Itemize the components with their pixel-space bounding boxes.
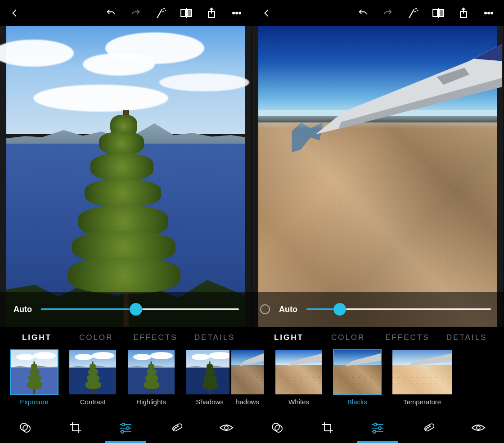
adjustment-thumbnails[interactable]: hadows Whites Blacks Temperature xyxy=(230,348,504,412)
svg-point-10 xyxy=(236,12,238,14)
svg-point-27 xyxy=(417,10,418,11)
thumb-exposure[interactable]: Exposure xyxy=(9,349,59,406)
filters-icon[interactable] xyxy=(0,412,50,443)
svg-rect-20 xyxy=(172,423,182,432)
svg-point-46 xyxy=(378,427,381,429)
sliders-icon[interactable] xyxy=(353,412,403,443)
crop-icon[interactable] xyxy=(50,412,101,443)
svg-point-48 xyxy=(373,430,376,433)
auto-button[interactable]: Auto xyxy=(14,305,32,314)
thumb-blacks[interactable]: Blacks xyxy=(332,349,382,406)
compare-split-icon[interactable] xyxy=(432,6,445,20)
svg-point-17 xyxy=(126,427,129,429)
svg-rect-30 xyxy=(439,9,444,17)
more-horizontal-icon[interactable] xyxy=(230,6,243,20)
svg-point-2 xyxy=(165,10,166,11)
svg-rect-29 xyxy=(433,9,437,17)
photo-canvas[interactable]: Auto xyxy=(0,26,252,327)
thumb-label: hadows xyxy=(236,398,259,406)
heal-icon[interactable] xyxy=(151,412,201,443)
redo-icon[interactable] xyxy=(129,6,143,20)
svg-rect-5 xyxy=(187,9,192,17)
slider-thumb[interactable] xyxy=(130,303,142,316)
thumb-label: Temperature xyxy=(403,398,441,406)
bottom-active-indicator xyxy=(105,441,147,443)
tab-effects[interactable]: EFFECTS xyxy=(126,333,185,342)
photo-lake-tree xyxy=(6,26,245,327)
svg-point-9 xyxy=(233,12,234,14)
eye-icon[interactable] xyxy=(201,412,252,443)
thumb-shadows-partial[interactable]: hadows xyxy=(230,349,266,406)
svg-line-0 xyxy=(157,9,162,18)
heal-icon[interactable] xyxy=(403,412,453,443)
top-toolbar xyxy=(252,0,504,26)
svg-point-34 xyxy=(485,12,486,14)
photo-canvas[interactable]: Auto xyxy=(252,26,504,327)
svg-point-3 xyxy=(163,11,163,12)
thumb-label: Exposure xyxy=(20,398,48,406)
adjust-slider-bar: Auto xyxy=(252,292,504,327)
back-icon[interactable] xyxy=(8,6,22,20)
svg-point-1 xyxy=(164,9,164,9)
thumb-label: Shadows xyxy=(196,398,224,406)
magic-wand-icon[interactable] xyxy=(154,6,168,20)
bottom-toolbar xyxy=(252,412,504,443)
tab-color[interactable]: COLOR xyxy=(67,333,126,342)
tab-effects[interactable]: EFFECTS xyxy=(378,333,437,342)
tab-details[interactable]: DETAILS xyxy=(437,333,496,342)
filters-icon[interactable] xyxy=(252,412,302,443)
svg-point-23 xyxy=(177,426,178,427)
magic-wand-icon[interactable] xyxy=(406,6,420,20)
share-icon[interactable] xyxy=(457,6,470,20)
svg-point-26 xyxy=(416,9,416,9)
tab-color[interactable]: COLOR xyxy=(319,333,378,342)
bottom-toolbar xyxy=(0,412,252,443)
auto-ring-icon[interactable] xyxy=(260,304,270,314)
back-icon[interactable] xyxy=(260,6,274,20)
category-tabs: LIGHT COLOR EFFECTS DETAILS xyxy=(252,327,504,348)
photo-aerial-wing xyxy=(258,26,497,327)
svg-marker-38 xyxy=(474,44,502,61)
adjust-slider[interactable] xyxy=(41,308,239,310)
tab-light[interactable]: LIGHT xyxy=(259,333,319,342)
adjust-slider[interactable] xyxy=(306,308,491,310)
thumb-shadows[interactable]: Shadows xyxy=(184,349,235,406)
svg-point-51 xyxy=(428,427,428,428)
eye-icon[interactable] xyxy=(453,412,504,443)
auto-button[interactable]: Auto xyxy=(279,305,297,314)
top-toolbar xyxy=(0,0,252,26)
screen-right: Auto LIGHT COLOR EFFECTS DETAILS hadows … xyxy=(252,0,504,443)
svg-point-44 xyxy=(374,423,377,426)
compare-split-icon[interactable] xyxy=(180,6,193,20)
svg-point-52 xyxy=(429,426,430,427)
svg-point-19 xyxy=(121,430,124,433)
screen-left: Auto LIGHT COLOR EFFECTS DETAILS Exposur… xyxy=(0,0,252,443)
thumb-temperature[interactable]: Temperature xyxy=(391,349,454,406)
svg-point-22 xyxy=(176,427,176,428)
thumb-whites[interactable]: Whites xyxy=(274,349,324,406)
thumb-label: Contrast xyxy=(80,398,106,406)
tab-details[interactable]: DETAILS xyxy=(185,333,244,342)
bottom-active-indicator xyxy=(357,441,399,443)
svg-point-35 xyxy=(488,12,490,14)
adjust-slider-bar: Auto xyxy=(0,292,252,327)
redo-icon[interactable] xyxy=(381,6,395,20)
thumb-label: Highlights xyxy=(136,398,166,406)
undo-icon[interactable] xyxy=(356,6,369,20)
slider-thumb[interactable] xyxy=(333,303,346,316)
share-icon[interactable] xyxy=(205,6,218,20)
svg-point-11 xyxy=(239,12,241,14)
adjustment-thumbnails[interactable]: Exposure Contrast xyxy=(0,348,252,412)
svg-line-25 xyxy=(409,9,414,18)
thumb-label: Whites xyxy=(288,398,309,406)
svg-point-21 xyxy=(174,429,175,429)
more-horizontal-icon[interactable] xyxy=(482,6,495,20)
thumb-highlights[interactable]: Highlights xyxy=(126,349,176,406)
thumb-contrast[interactable]: Contrast xyxy=(68,349,118,406)
crop-icon[interactable] xyxy=(302,412,353,443)
tab-light[interactable]: LIGHT xyxy=(7,333,67,342)
sliders-icon[interactable] xyxy=(101,412,151,443)
undo-icon[interactable] xyxy=(104,6,117,20)
svg-point-50 xyxy=(426,429,427,429)
slider-fill xyxy=(41,308,136,310)
